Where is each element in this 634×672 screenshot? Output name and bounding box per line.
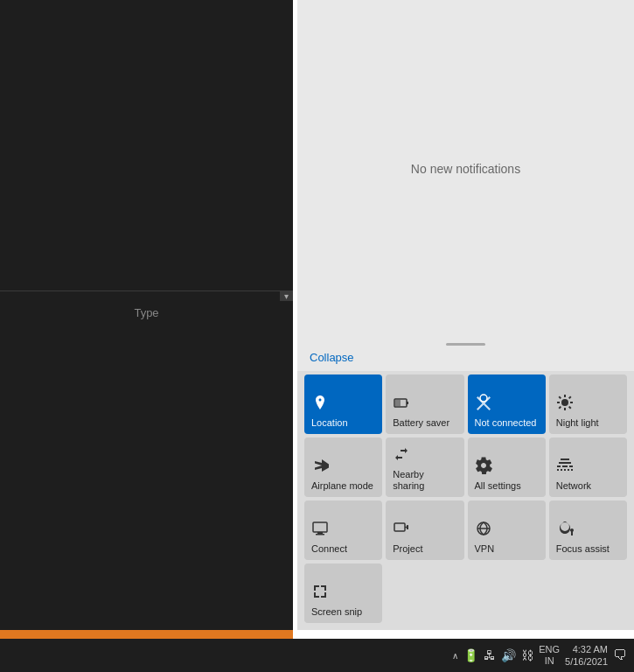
action-tile-screen-snip[interactable]: Screen snip	[304, 564, 382, 623]
taskbar-clock[interactable]: 4:32 AM 5/16/2021	[565, 643, 608, 668]
taskbar-notification-icon[interactable]: 🗨	[613, 648, 627, 663]
svg-line-13	[568, 396, 570, 398]
taskbar-system-icons: ∧ 🔋 🖧 🔊 ⛓	[452, 648, 533, 662]
connect-label: Connect	[311, 543, 347, 555]
project-icon	[393, 520, 410, 540]
action-tile-network[interactable]: Network	[549, 438, 627, 497]
svg-rect-15	[317, 532, 323, 534]
night-light-label: Night light	[556, 417, 599, 429]
collapse-button[interactable]: Collapse	[310, 351, 354, 364]
project-label: Project	[393, 543, 422, 555]
notification-area: No new notifications	[297, 0, 634, 338]
action-tile-project[interactable]: Project	[386, 500, 463, 560]
action-tile-battery-saver[interactable]: Battery saver	[386, 374, 463, 434]
svg-rect-2	[407, 402, 408, 404]
action-tile-vpn[interactable]: VPN	[468, 500, 546, 560]
orange-bar	[0, 630, 293, 639]
action-tile-all-settings[interactable]: All settings	[468, 438, 546, 497]
taskbar-time-text: 4:32 AM	[565, 643, 608, 655]
taskbar-lang-text: ENG	[539, 644, 560, 655]
network-icon	[556, 457, 574, 477]
svg-point-5	[561, 399, 568, 406]
svg-rect-3	[395, 400, 401, 406]
svg-rect-16	[316, 534, 324, 536]
svg-rect-17	[394, 523, 405, 531]
vpn-label: VPN	[475, 543, 495, 555]
svg-rect-14	[313, 522, 327, 532]
taskbar-network-icon: 🖧	[484, 648, 496, 662]
nearby-sharing-label: Nearby sharing	[393, 469, 456, 492]
action-tile-focus-assist[interactable]: Focus assist	[549, 500, 627, 560]
location-icon	[311, 394, 329, 414]
action-tile-nearby-sharing[interactable]: Nearby sharing	[386, 438, 463, 497]
battery-saver-label: Battery saver	[393, 417, 449, 429]
nearby-sharing-icon	[393, 445, 410, 466]
action-tile-connect[interactable]: Connect	[304, 500, 382, 560]
collapse-bar: Collapse	[297, 338, 634, 371]
taskbar-region-text: IN	[539, 655, 560, 667]
vpn-icon	[475, 520, 492, 540]
actions-grid: LocationBattery saverNot connectedNight …	[304, 374, 627, 623]
battery-saver-icon	[393, 394, 410, 414]
taskbar-date-text: 5/16/2021	[565, 655, 608, 668]
svg-line-12	[559, 406, 561, 408]
screen-snip-icon	[311, 583, 329, 603]
type-label: Type	[0, 306, 293, 319]
svg-point-4	[480, 395, 487, 402]
taskbar: ∧ 🔋 🖧 🔊 ⛓ ENG IN 4:32 AM 5/16/2021 🗨	[0, 639, 634, 672]
screen-snip-label: Screen snip	[311, 606, 362, 618]
connect-icon	[311, 520, 329, 540]
action-tile-night-light[interactable]: Night light	[549, 374, 627, 434]
taskbar-language[interactable]: ENG IN	[539, 644, 560, 667]
night-light-icon	[556, 394, 574, 414]
action-tile-location[interactable]: Location	[304, 374, 382, 434]
airplane-mode-label: Airplane mode	[311, 480, 373, 492]
location-label: Location	[311, 417, 348, 429]
svg-line-11	[568, 406, 570, 408]
action-tile-airplane-mode[interactable]: Airplane mode	[304, 438, 382, 497]
not-connected-icon	[475, 394, 492, 414]
taskbar-link-icon: ⛓	[521, 648, 533, 662]
action-tile-not-connected[interactable]: Not connected	[468, 374, 546, 434]
svg-rect-18	[407, 525, 408, 529]
notification-panel: No new notifications Collapse LocationBa…	[297, 0, 634, 630]
collapse-line	[446, 343, 485, 346]
panel-divider	[0, 290, 280, 291]
not-connected-label: Not connected	[475, 417, 537, 429]
focus-assist-label: Focus assist	[556, 543, 610, 555]
airplane-mode-icon	[311, 457, 329, 477]
all-settings-label: All settings	[475, 480, 521, 492]
focus-assist-icon	[556, 520, 574, 540]
taskbar-volume-icon: 🔊	[501, 648, 516, 662]
quick-actions-panel: LocationBattery saverNot connectedNight …	[297, 371, 634, 630]
network-label: Network	[556, 480, 591, 492]
svg-line-10	[559, 396, 561, 398]
scrollbar[interactable]	[280, 290, 293, 301]
taskbar-chevron-icon[interactable]: ∧	[452, 651, 458, 661]
all-settings-icon	[475, 457, 492, 477]
left-panel: Type	[0, 0, 293, 630]
no-notifications-text: No new notifications	[411, 162, 520, 176]
taskbar-battery-icon: 🔋	[463, 648, 478, 662]
